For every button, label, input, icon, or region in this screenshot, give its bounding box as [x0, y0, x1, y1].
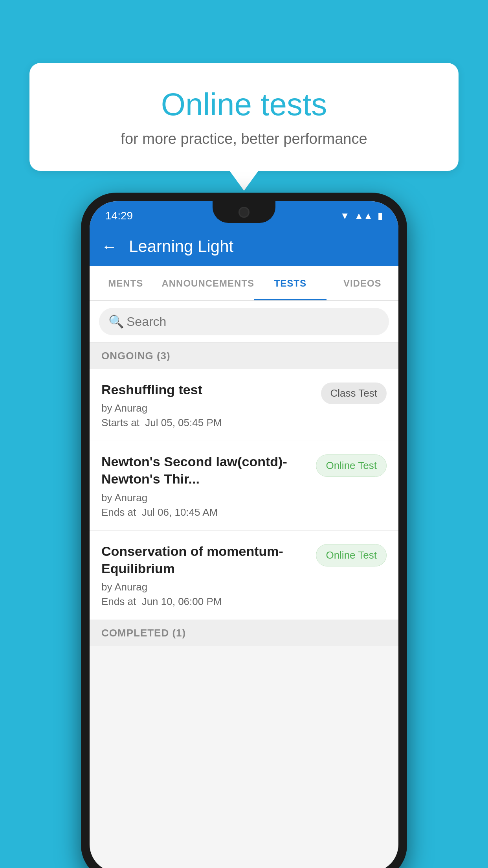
tabs-container: MENTS ANNOUNCEMENTS TESTS VIDEOS: [90, 266, 398, 301]
test-by-1: by Anurag: [101, 402, 313, 414]
bubble-title: Online tests: [61, 86, 427, 123]
search-container: 🔍: [90, 301, 398, 343]
test-badge-2: Online Test: [316, 454, 387, 477]
test-item-1[interactable]: Reshuffling test by Anurag Starts at Jul…: [90, 369, 398, 441]
test-date-1: Starts at Jul 05, 05:45 PM: [101, 417, 313, 429]
phone-notch: [213, 201, 275, 223]
front-camera: [238, 207, 250, 218]
app-header: ← Learning Light: [90, 227, 398, 266]
search-wrapper: 🔍: [99, 308, 389, 335]
phone-container: 14:29 ▼ ▲▲ ▮ ← Learning Light MENTS ANNO…: [81, 193, 407, 868]
test-name-1: Reshuffling test: [101, 381, 313, 398]
test-date-2: Ends at Jul 06, 10:45 AM: [101, 506, 308, 519]
tab-announcements[interactable]: ANNOUNCEMENTS: [161, 266, 254, 300]
search-icon: 🔍: [108, 314, 124, 329]
search-input[interactable]: [99, 308, 389, 335]
wifi-icon: ▼: [340, 210, 350, 221]
test-by-3: by Anurag: [101, 581, 308, 593]
test-list: Reshuffling test by Anurag Starts at Jul…: [90, 369, 398, 620]
test-badge-3: Online Test: [316, 544, 387, 566]
test-info-1: Reshuffling test by Anurag Starts at Jul…: [101, 381, 313, 429]
ongoing-section-header: ONGOING (3): [90, 343, 398, 369]
bubble-subtitle: for more practice, better performance: [61, 131, 427, 147]
test-by-2: by Anurag: [101, 492, 308, 504]
test-name-2: Newton's Second law(contd)-Newton's Thir…: [101, 453, 308, 487]
test-date-3: Ends at Jun 10, 06:00 PM: [101, 596, 308, 608]
phone-frame: 14:29 ▼ ▲▲ ▮ ← Learning Light MENTS ANNO…: [81, 193, 407, 868]
battery-icon: ▮: [378, 210, 383, 221]
phone-screen: 14:29 ▼ ▲▲ ▮ ← Learning Light MENTS ANNO…: [90, 201, 398, 868]
status-icons: ▼ ▲▲ ▮: [340, 210, 383, 221]
speech-bubble: Online tests for more practice, better p…: [29, 63, 459, 171]
test-item-2[interactable]: Newton's Second law(contd)-Newton's Thir…: [90, 441, 398, 530]
test-name-3: Conservation of momentum-Equilibrium: [101, 542, 308, 577]
test-info-3: Conservation of momentum-Equilibrium by …: [101, 542, 308, 608]
tab-tests[interactable]: TESTS: [254, 266, 326, 300]
completed-section-header: COMPLETED (1): [90, 620, 398, 646]
app-header-title: Learning Light: [129, 237, 233, 256]
status-time: 14:29: [105, 210, 133, 222]
signal-icon: ▲▲: [354, 210, 373, 221]
test-item-3[interactable]: Conservation of momentum-Equilibrium by …: [90, 531, 398, 620]
speech-bubble-container: Online tests for more practice, better p…: [29, 63, 459, 171]
back-button[interactable]: ←: [101, 238, 117, 256]
tab-videos[interactable]: VIDEOS: [327, 266, 398, 300]
tab-ments[interactable]: MENTS: [90, 266, 161, 300]
test-info-2: Newton's Second law(contd)-Newton's Thir…: [101, 453, 308, 518]
test-badge-1: Class Test: [321, 383, 387, 404]
